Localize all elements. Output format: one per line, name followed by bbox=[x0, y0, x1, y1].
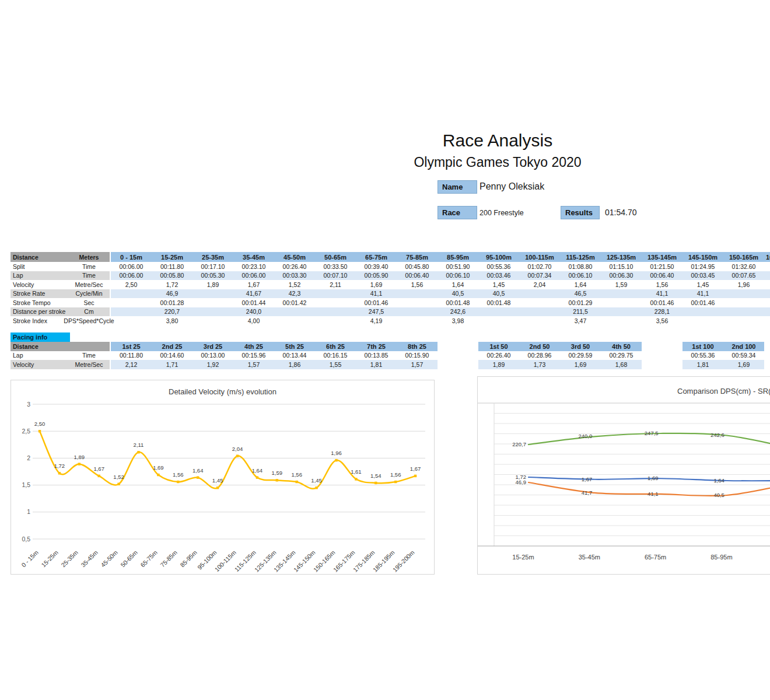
svg-text:247,5: 247,5 bbox=[645, 430, 659, 436]
race-data-table: DistanceMeters0 - 15m15-25m25-35m35-45m4… bbox=[10, 252, 770, 326]
pacing-lap-cell: 00:29.59 bbox=[560, 351, 601, 360]
svg-text:1: 1 bbox=[27, 508, 30, 515]
table-column-header: 75-85m bbox=[397, 252, 438, 262]
svg-text:240,0: 240,0 bbox=[579, 433, 593, 439]
race-label-box: Race bbox=[438, 206, 477, 219]
table-cell: 00:11.80 bbox=[152, 262, 192, 271]
pacing-25-table: Distance1st 252nd 253rd 254th 255th 256t… bbox=[10, 342, 438, 369]
table-cell: 01:15.10 bbox=[601, 262, 642, 271]
table-cell: 242,6 bbox=[438, 307, 478, 317]
table-cell: 00:01.42 bbox=[274, 298, 315, 307]
table-cell: 00:07.10 bbox=[315, 271, 356, 281]
table-column-header: 145-150m bbox=[682, 252, 723, 262]
table-cell: 00:01.48 bbox=[478, 298, 519, 307]
table-cell bbox=[315, 289, 356, 299]
table-cell bbox=[601, 307, 642, 317]
table-column-header: 15-25m bbox=[152, 252, 192, 262]
row-label: Velocity bbox=[10, 360, 68, 369]
dps-sr-comparison-chart: Comparison DPS(cm) - SR(c/min) 220,7240,… bbox=[477, 376, 770, 575]
pacing-column-header: 4th 25 bbox=[233, 342, 274, 351]
table-cell: 240,0 bbox=[233, 307, 274, 317]
table-cell: 247,5 bbox=[356, 307, 397, 317]
svg-text:1,45: 1,45 bbox=[212, 477, 223, 484]
table-cell: 01:02.70 bbox=[519, 262, 560, 271]
table-cell: 1,64 bbox=[560, 280, 601, 289]
pacing-column-header: 1st 50 bbox=[478, 342, 519, 351]
table-cell: 1,56 bbox=[642, 280, 682, 289]
table-cell bbox=[723, 316, 764, 326]
table-cell: 01:24.95 bbox=[682, 262, 723, 271]
table-cell: 40,5 bbox=[438, 289, 478, 299]
table-cell: 41,1 bbox=[682, 289, 723, 299]
table-cell: 00:03.30 bbox=[274, 271, 315, 281]
svg-text:2,04: 2,04 bbox=[232, 446, 243, 452]
table-cell: 00:23.10 bbox=[233, 262, 274, 271]
svg-text:1,56: 1,56 bbox=[173, 471, 184, 478]
table-cell: 00:26.40 bbox=[274, 262, 315, 271]
table-cell: 1,89 bbox=[192, 280, 233, 289]
svg-text:1,45: 1,45 bbox=[311, 477, 322, 484]
table-cell bbox=[519, 298, 560, 307]
table-cell: 1,67 bbox=[233, 280, 274, 289]
table-cell: 01:32.60 bbox=[723, 262, 764, 271]
table-cell: 220,7 bbox=[152, 307, 192, 317]
row-unit: Metre/Sec bbox=[68, 360, 111, 369]
table-cell bbox=[192, 298, 233, 307]
table-cell: 00:06.00 bbox=[111, 271, 152, 281]
table-cell bbox=[111, 298, 152, 307]
pacing-lap-cell: 00:55.36 bbox=[682, 351, 723, 360]
table-cell: 2,50 bbox=[111, 280, 152, 289]
table-cell: 41,1 bbox=[356, 289, 397, 299]
table-column-header: 165-175m bbox=[764, 252, 770, 262]
table-cell: 00:06.40 bbox=[397, 271, 438, 281]
row-label: Velocity bbox=[10, 280, 68, 289]
table-cell: 00:33.50 bbox=[315, 262, 356, 271]
table-column-header: 95-100m bbox=[478, 252, 519, 262]
table-cell: 00:01.46 bbox=[356, 298, 397, 307]
table-column-header: 35-45m bbox=[233, 252, 274, 262]
table-cell bbox=[111, 289, 152, 299]
row-label: Lap bbox=[10, 351, 68, 360]
svg-text:65-75m: 65-75m bbox=[645, 554, 666, 561]
race-analysis-report: { "header": { "title": "Race Analysis", … bbox=[0, 0, 770, 700]
svg-text:1,96: 1,96 bbox=[331, 450, 342, 456]
pacing-velocity-cell: 1,69 bbox=[560, 360, 601, 369]
svg-text:242,6: 242,6 bbox=[710, 432, 724, 438]
svg-text:15-25m: 15-25m bbox=[512, 554, 534, 561]
pacing-velocity-cell: 1,57 bbox=[397, 360, 438, 369]
table-cell: 228,1 bbox=[642, 307, 682, 317]
table-cell: 1,72 bbox=[152, 280, 192, 289]
table-cell: 1,45 bbox=[682, 280, 723, 289]
table-cell: 00:51.90 bbox=[438, 262, 478, 271]
svg-text:2,5: 2,5 bbox=[22, 428, 30, 435]
table-cell bbox=[764, 298, 770, 307]
table-cell: 00:06.10 bbox=[438, 271, 478, 281]
pacing-velocity-cell: 1,57 bbox=[233, 360, 274, 369]
table-corner-meters: Meters bbox=[68, 252, 111, 262]
table-cell bbox=[315, 298, 356, 307]
pacing-lap-cell: 00:15.90 bbox=[397, 351, 438, 360]
table-cell: 00:03.45 bbox=[682, 271, 723, 281]
svg-text:41,1: 41,1 bbox=[648, 491, 659, 497]
table-cell bbox=[764, 289, 770, 299]
pacing-column-header: 7th 25 bbox=[356, 342, 397, 351]
table-cell: 4,00 bbox=[233, 316, 274, 326]
velocity-evolution-chart: Detailed Velocity (m/s) evolution 0,511,… bbox=[10, 380, 435, 575]
table-cell: 41,1 bbox=[642, 289, 682, 299]
table-cell: 00:06.30 bbox=[601, 271, 642, 281]
table-cell: 46,9 bbox=[152, 289, 192, 299]
table-cell bbox=[764, 307, 770, 317]
svg-text:1,69: 1,69 bbox=[153, 464, 164, 471]
svg-text:1,56: 1,56 bbox=[291, 471, 302, 478]
pacing-lap-cell: 00:14.60 bbox=[152, 351, 192, 360]
table-column-header: 65-75m bbox=[356, 252, 397, 262]
row-label: Stroke Index bbox=[10, 316, 68, 326]
table-cell: 1,64 bbox=[438, 280, 478, 289]
table-cell: 00:01.28 bbox=[152, 298, 192, 307]
pacing-lap-cell: 00:13.85 bbox=[356, 351, 397, 360]
table-column-header: 150-165m bbox=[723, 252, 764, 262]
row-label: Stroke Tempo bbox=[10, 298, 68, 307]
table-cell: 41,67 bbox=[233, 289, 274, 299]
table-column-header: 85-95m bbox=[438, 252, 478, 262]
pacing-column-header: 4th 50 bbox=[601, 342, 642, 351]
